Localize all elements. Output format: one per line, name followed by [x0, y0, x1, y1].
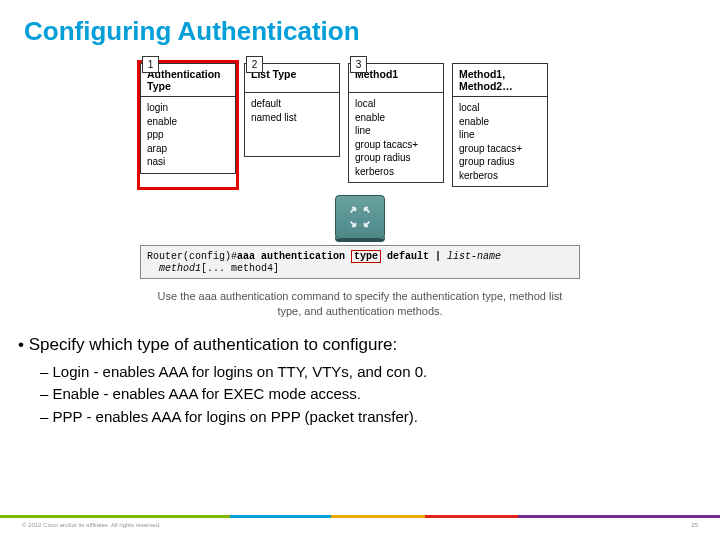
- page-number: 25: [691, 522, 698, 528]
- diagram-col-3: Method1, Method2…local enable line group…: [452, 63, 548, 187]
- router-icon: [335, 195, 385, 239]
- cmd-method1: method1: [159, 263, 201, 274]
- cmd-methods: [... method4]: [201, 263, 279, 274]
- sub-bullet: Enable - enables AAA for EXEC mode acces…: [58, 383, 720, 406]
- col-body: local enable line group tacacs+ group ra…: [452, 97, 548, 187]
- cmd-pre: aaa authentication: [237, 251, 351, 262]
- col-badge: 2: [246, 56, 263, 73]
- diagram-col-1: 2List Typedefault named list: [244, 63, 340, 187]
- slide-title: Configuring Authentication: [0, 0, 720, 57]
- col-body: default named list: [244, 93, 340, 157]
- diagram-col-0: 1Authentication Typelogin enable ppp ara…: [140, 63, 236, 187]
- diagram-col-2: 3Method1local enable line group tacacs+ …: [348, 63, 444, 187]
- cmd-type-highlight: type: [351, 250, 381, 263]
- col-body: login enable ppp arap nasi: [140, 97, 236, 174]
- router-icon-row: [0, 195, 720, 239]
- command-syntax: Router(config)#aaa authentication type d…: [140, 245, 580, 279]
- footer: © 2012 Cisco and/or its affiliates. All …: [0, 515, 720, 528]
- diagram-caption: Use the aaa authentication command to sp…: [150, 289, 570, 319]
- cmd-mid: default |: [381, 251, 447, 262]
- col-badge: 1: [142, 56, 159, 73]
- sub-bullets: Login - enables AAA for logins on TTY, V…: [34, 361, 720, 429]
- bullet-lead: Specify which type of authentication to …: [34, 335, 720, 355]
- copyright: © 2012 Cisco and/or its affiliates. All …: [22, 522, 161, 528]
- auth-diagram: 1Authentication Typelogin enable ppp ara…: [0, 63, 720, 187]
- cmd-listname: list-name: [447, 251, 501, 262]
- sub-bullet: PPP - enables AAA for logins on PPP (pac…: [58, 406, 720, 429]
- sub-bullet: Login - enables AAA for logins on TTY, V…: [58, 361, 720, 384]
- cmd-prompt: Router(config)#: [147, 251, 237, 262]
- col-body: local enable line group tacacs+ group ra…: [348, 93, 444, 183]
- col-badge: 3: [350, 56, 367, 73]
- bullet-section: Specify which type of authentication to …: [0, 319, 720, 429]
- col-header: Method1, Method2…: [452, 63, 548, 97]
